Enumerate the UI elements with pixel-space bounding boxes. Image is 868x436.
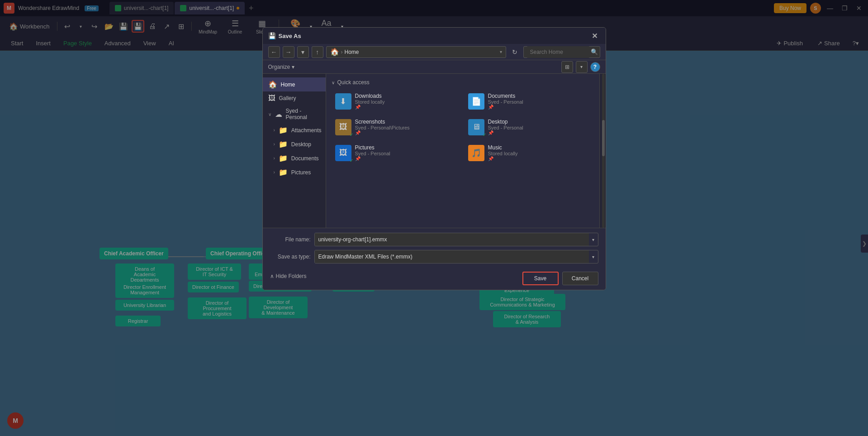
documents-info: Documents Syed - Personal 📌 — [488, 93, 523, 110]
organize-button[interactable]: Organize ▾ — [268, 64, 294, 70]
syed-expand-icon: ∨ — [268, 112, 271, 117]
filename-label: File name: — [270, 236, 311, 243]
desktop-info: Desktop Syed - Personal 📌 — [488, 119, 523, 135]
sidebar-item-attachments[interactable]: › 📁 Attachments — [263, 123, 326, 137]
dialog-header: 💾 Save As ✕ — [263, 28, 606, 44]
dialog-help-button[interactable]: ? — [590, 62, 600, 72]
pictures-icon: 🖼 — [335, 145, 351, 161]
dialog-search-input[interactable] — [526, 46, 590, 58]
music-icon: 🎵 — [468, 145, 484, 161]
downloads-icon: ⬇ — [335, 93, 351, 110]
home-folder-icon: 🏠 — [268, 80, 277, 89]
desktop-sync-badge: ✓ — [483, 132, 486, 137]
dialog-nav-bar: ← → ▾ ↑ 🏠 › Home ▾ ↻ 🔍 — [263, 44, 606, 60]
sidebar-item-documents[interactable]: › 📁 Documents — [263, 151, 326, 165]
pictures-expand-icon: › — [274, 170, 275, 175]
dialog-path-chevron: › — [341, 49, 343, 55]
file-grid: ⬇ Downloads Stored locally 📌 📄 Documents… — [332, 90, 594, 164]
quick-access-label: ∨ Quick access — [332, 79, 594, 86]
savetype-input-wrapper: ▾ — [314, 250, 598, 264]
desktop-expand-icon: › — [274, 142, 275, 147]
dialog-scrollbar[interactable] — [599, 74, 606, 228]
desktop-icon-wrapper: 🖥 ✓ — [468, 119, 484, 135]
file-item-music[interactable]: 🎵 Music Stored locally 📌 — [465, 142, 594, 164]
file-item-screenshots[interactable]: 🖼 ✓ Screenshots Syed - Personal\Pictures… — [332, 116, 461, 138]
hide-folders-chevron: ∧ — [270, 273, 274, 279]
savetype-dropdown-button[interactable]: ▾ — [589, 250, 598, 263]
screenshots-icon: 🖼 — [335, 119, 351, 135]
dialog-close-button[interactable]: ✕ — [589, 30, 600, 41]
dialog-footer: File name: ▾ Save as type: ▾ ∧ Hide Fold… — [263, 228, 606, 290]
syed-cloud-icon: ☁ — [275, 110, 282, 119]
dialog-search-bar: 🔍 — [523, 46, 600, 58]
dialog-sidebar: 🏠 Home 🖼 Gallery ∨ ☁ Syed - Personal › 📁… — [263, 74, 326, 228]
filename-dropdown-button[interactable]: ▾ — [589, 233, 598, 246]
attachments-expand-icon: › — [274, 128, 275, 133]
dialog-path-home-icon: 🏠 — [330, 48, 339, 56]
dialog-forward-button[interactable]: → — [283, 46, 294, 58]
savetype-label: Save as type: — [270, 254, 311, 260]
attachments-folder-icon: 📁 — [279, 126, 288, 134]
pictures-icon-wrapper: 🖼 ✓ — [335, 145, 351, 161]
file-item-pictures[interactable]: 🖼 ✓ Pictures Syed - Personal 📌 — [332, 142, 461, 164]
sidebar-item-desktop[interactable]: › 📁 Desktop — [263, 137, 326, 151]
documents-icon: 📄 — [468, 93, 484, 110]
footer-button-area: ∧ Hide Folders Save Cancel — [270, 267, 598, 285]
sidebar-item-gallery[interactable]: 🖼 Gallery — [263, 91, 326, 105]
save-as-dialog: 💾 Save As ✕ ← → ▾ ↑ 🏠 › Home ▾ ↻ 🔍 — [262, 27, 606, 290]
savetype-row: Save as type: ▾ — [270, 250, 598, 264]
scrollbar-thumb — [602, 120, 605, 156]
dialog-path-label: Home — [345, 49, 359, 55]
screenshots-info: Screenshots Syed - Personal\Pictures 📌 — [355, 119, 410, 135]
sidebar-item-syed[interactable]: ∨ ☁ Syed - Personal — [263, 105, 326, 123]
dialog-title: Save As — [279, 33, 589, 39]
sidebar-item-pictures[interactable]: › 📁 Pictures — [263, 165, 326, 179]
dialog-action-buttons: Save Cancel — [522, 272, 598, 285]
filename-input-wrapper: ▾ — [314, 233, 598, 246]
view-dropdown-button[interactable]: ▾ — [576, 61, 588, 73]
documents-expand-icon: › — [274, 156, 275, 161]
dialog-refresh-button[interactable]: ↻ — [509, 46, 521, 58]
gallery-icon: 🖼 — [268, 94, 275, 102]
sidebar-item-home[interactable]: 🏠 Home — [263, 77, 326, 91]
filename-row: File name: ▾ — [270, 233, 598, 246]
dialog-back-button[interactable]: ← — [268, 46, 280, 58]
scrollbar-track — [602, 74, 605, 228]
dialog-body: 🏠 Home 🖼 Gallery ∨ ☁ Syed - Personal › 📁… — [263, 74, 606, 228]
pictures-sync-badge: ✓ — [350, 158, 353, 163]
file-item-downloads[interactable]: ⬇ Downloads Stored locally 📌 — [332, 90, 461, 112]
downloads-info: Downloads Stored locally 📌 — [355, 93, 385, 110]
screenshots-icon-wrapper: 🖼 ✓ — [335, 119, 351, 135]
pictures-folder-icon: 📁 — [279, 168, 288, 177]
dialog-search-icon: 🔍 — [591, 48, 598, 55]
dialog-overlay: 💾 Save As ✕ ← → ▾ ↑ 🏠 › Home ▾ ↻ 🔍 — [0, 0, 868, 436]
music-info: Music Stored locally 📌 — [488, 144, 518, 161]
view-options: ⊞ ▾ ? — [561, 61, 600, 73]
documents-folder-icon: 📁 — [279, 154, 288, 163]
dialog-path-dropdown-icon[interactable]: ▾ — [500, 49, 502, 54]
hide-folders-button[interactable]: ∧ Hide Folders — [270, 273, 307, 279]
dialog-path-bar: 🏠 › Home ▾ — [326, 46, 506, 58]
dialog-organize-bar: Organize ▾ ⊞ ▾ ? — [263, 60, 606, 74]
file-item-documents[interactable]: 📄 Documents Syed - Personal 📌 — [465, 90, 594, 112]
dialog-main: ∨ Quick access ⬇ Downloads Stored locall… — [326, 74, 599, 228]
savetype-input[interactable] — [315, 250, 589, 263]
dialog-dropdown-button[interactable]: ▾ — [297, 46, 309, 58]
desktop-folder-icon: 📁 — [279, 140, 288, 149]
file-item-desktop[interactable]: 🖥 ✓ Desktop Syed - Personal 📌 — [465, 116, 594, 138]
pictures-info: Pictures Syed - Personal 📌 — [355, 144, 390, 161]
view-options-button[interactable]: ⊞ — [561, 61, 573, 73]
desktop-icon: 🖥 — [468, 119, 484, 135]
filename-input[interactable] — [315, 233, 589, 246]
quick-access-chevron: ∨ — [332, 80, 335, 85]
cancel-button[interactable]: Cancel — [562, 272, 598, 285]
save-button[interactable]: Save — [522, 272, 559, 285]
screenshots-sync-badge: ✓ — [350, 132, 353, 137]
dialog-up-button[interactable]: ↑ — [312, 46, 323, 58]
